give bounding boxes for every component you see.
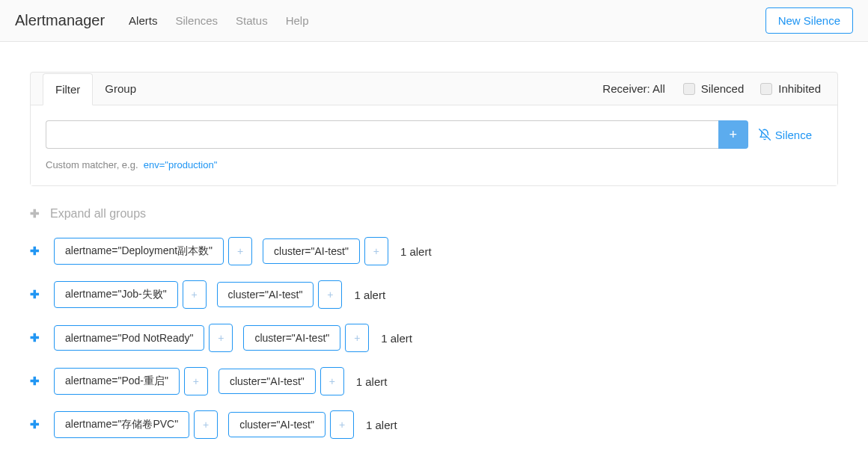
group-row: ✚alertname="Pod NotReady"+cluster="AI-te…	[30, 324, 838, 352]
group-row: ✚alertname="存储卷PVC"+cluster="AI-test"+1 …	[30, 410, 838, 439]
add-label-button[interactable]: +	[209, 324, 233, 352]
label-tag[interactable]: alertname="Pod NotReady"	[54, 325, 204, 351]
nav-links: Alerts Silences Status Help	[120, 8, 765, 33]
alert-count: 1 alert	[366, 419, 397, 431]
filter-input[interactable]	[46, 120, 718, 149]
alert-groups: ✚ Expand all groups ✚alertname="Deployme…	[30, 207, 838, 439]
label-tag[interactable]: cluster="AI-test"	[218, 369, 316, 394]
nav-status[interactable]: Status	[227, 8, 277, 33]
checkbox-icon	[683, 83, 695, 95]
silence-button-label: Silence	[775, 129, 812, 141]
nav-silences[interactable]: Silences	[166, 8, 227, 33]
label-tag[interactable]: cluster="AI-test"	[228, 412, 326, 437]
label-tag[interactable]: alertname="Job-失败"	[54, 281, 178, 308]
nav-help[interactable]: Help	[277, 8, 318, 33]
silenced-checkbox[interactable]: Silenced	[683, 82, 745, 95]
new-silence-button[interactable]: New Silence	[765, 7, 853, 34]
nav-alerts[interactable]: Alerts	[120, 8, 166, 33]
hint-example: env="production"	[144, 159, 218, 170]
plus-icon: +	[730, 127, 738, 143]
group-row: ✚alertname="Deployment副本数"+cluster="AI-t…	[30, 237, 838, 265]
filter-panel: Filter Group Receiver: All Silenced Inhi…	[30, 72, 838, 186]
add-label-button[interactable]: +	[183, 280, 207, 309]
filter-row: + Silence	[46, 120, 822, 149]
inhibited-checkbox[interactable]: Inhibited	[760, 82, 821, 95]
alert-count: 1 alert	[381, 332, 412, 345]
filter-hint: Custom matcher, e.g. env="production"	[46, 159, 822, 170]
label-tag[interactable]: alertname="存储卷PVC"	[54, 411, 189, 438]
bell-off-icon	[759, 129, 771, 141]
expand-group-button[interactable]: ✚	[30, 288, 54, 301]
add-label-button[interactable]: +	[320, 367, 344, 395]
checkbox-icon	[760, 83, 772, 95]
label-tag[interactable]: cluster="AI-test"	[243, 325, 340, 351]
hint-text: Custom matcher, e.g.	[46, 159, 138, 170]
content: Filter Group Receiver: All Silenced Inhi…	[15, 72, 853, 439]
inhibited-label: Inhibited	[778, 82, 821, 95]
filter-panel-body: + Silence Custom matcher, e.g. env="prod…	[31, 105, 837, 185]
expand-all-groups[interactable]: ✚ Expand all groups	[30, 207, 838, 221]
add-label-button[interactable]: +	[194, 410, 218, 439]
brand: Alertmanager	[15, 6, 105, 35]
add-label-button[interactable]: +	[345, 324, 369, 352]
plus-icon: ✚	[30, 207, 40, 221]
alert-count: 1 alert	[354, 289, 385, 301]
silenced-label: Silenced	[701, 82, 745, 95]
expand-group-button[interactable]: ✚	[30, 244, 54, 258]
add-label-button[interactable]: +	[228, 237, 252, 265]
label-tag[interactable]: cluster="AI-test"	[263, 238, 360, 264]
expand-group-button[interactable]: ✚	[30, 331, 54, 345]
group-row: ✚alertname="Pod-重启"+cluster="AI-test"+1 …	[30, 367, 838, 395]
receiver-label[interactable]: Receiver: All	[602, 82, 664, 95]
tab-filter[interactable]: Filter	[43, 73, 93, 105]
expand-group-button[interactable]: ✚	[30, 375, 54, 388]
alert-count: 1 alert	[400, 245, 432, 258]
tab-group[interactable]: Group	[93, 73, 148, 104]
filter-panel-tabs: Filter Group Receiver: All Silenced Inhi…	[31, 73, 837, 105]
expand-all-label: Expand all groups	[50, 207, 146, 221]
label-tag[interactable]: alertname="Pod-重启"	[54, 368, 180, 395]
group-row: ✚alertname="Job-失败"+cluster="AI-test"+1 …	[30, 280, 838, 309]
svg-line-0	[759, 129, 770, 141]
add-filter-button[interactable]: +	[718, 120, 748, 149]
add-label-button[interactable]: +	[364, 237, 388, 265]
navbar: Alertmanager Alerts Silences Status Help…	[0, 0, 868, 42]
add-label-button[interactable]: +	[330, 410, 354, 439]
label-tag[interactable]: alertname="Deployment副本数"	[54, 238, 224, 265]
add-label-button[interactable]: +	[318, 280, 342, 309]
expand-group-button[interactable]: ✚	[30, 418, 54, 431]
silence-button[interactable]: Silence	[748, 120, 822, 149]
label-tag[interactable]: cluster="AI-test"	[217, 282, 314, 307]
add-label-button[interactable]: +	[184, 367, 208, 395]
alert-count: 1 alert	[356, 375, 388, 388]
